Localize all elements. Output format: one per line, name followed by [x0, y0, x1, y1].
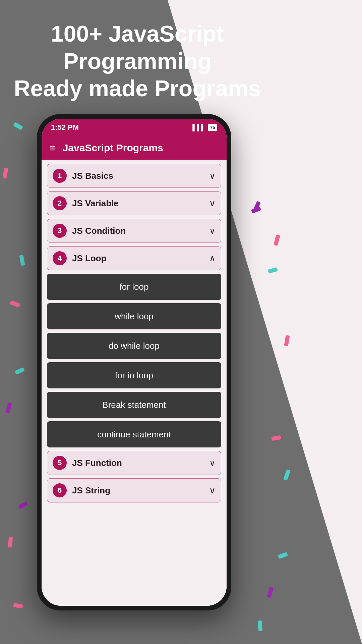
phone-frame: 1:52 PM ▌▌▌ 75 ≡ JavaScript Programs 1	[37, 114, 231, 610]
content-area: 1 JS Basics 2 JS Variable	[42, 160, 227, 606]
category-number-1: 1	[53, 169, 67, 183]
hamburger-icon[interactable]: ≡	[50, 143, 56, 153]
chevron-down-icon-6	[209, 485, 216, 496]
category-label-js-loop: JS Loop	[72, 253, 107, 264]
category-item-js-basics[interactable]: 1 JS Basics	[47, 164, 221, 188]
submenu-label-do-while-loop: do while loop	[109, 341, 160, 351]
chevron-down-icon-1	[209, 171, 216, 181]
app-bar: ≡ JavaScript Programs	[42, 136, 227, 160]
battery-icon: 75	[208, 124, 217, 131]
category-label-js-function: JS Function	[72, 458, 122, 468]
chevron-down-icon-3	[209, 226, 216, 236]
submenu-label-while-loop: while loop	[115, 311, 154, 322]
category-item-js-string[interactable]: 6 JS String	[47, 478, 221, 502]
submenu-item-for-loop[interactable]: for loop	[47, 274, 221, 300]
submenu-item-continue-statement[interactable]: continue statement	[47, 421, 221, 447]
chevron-down-icon-2	[209, 198, 216, 209]
status-icons: ▌▌▌ 75	[192, 124, 217, 131]
submenu-label-for-in-loop: for in loop	[115, 370, 153, 381]
category-number-3: 3	[53, 224, 67, 238]
submenu-item-do-while-loop[interactable]: do while loop	[47, 333, 221, 359]
category-number-5: 5	[53, 456, 67, 470]
status-time: 1:52 PM	[51, 123, 79, 132]
category-item-js-condition[interactable]: 3 JS Condition	[47, 219, 221, 243]
submenu-item-for-in-loop[interactable]: for in loop	[47, 362, 221, 388]
category-item-js-variable[interactable]: 2 JS Variable	[47, 191, 221, 215]
header-text: 100+ JavaScript Programming Ready made P…	[0, 20, 275, 102]
app-title: JavaScript Programs	[63, 142, 163, 154]
category-label-js-condition: JS Condition	[72, 226, 126, 236]
signal-icon: ▌▌▌	[192, 124, 205, 131]
chevron-up-icon-4	[209, 253, 216, 264]
category-label-js-variable: JS Variable	[72, 198, 119, 209]
category-number-6: 6	[53, 483, 67, 497]
category-item-js-loop[interactable]: 4 JS Loop	[47, 246, 221, 270]
submenu-item-while-loop[interactable]: while loop	[47, 303, 221, 329]
submenu-label-continue-statement: continue statement	[97, 429, 171, 440]
submenu-item-break-statement[interactable]: Break statement	[47, 392, 221, 418]
category-number-4: 4	[53, 251, 67, 265]
status-bar: 1:52 PM ▌▌▌ 75	[42, 119, 227, 136]
submenu-label-for-loop: for loop	[120, 282, 149, 292]
submenu-label-break-statement: Break statement	[102, 400, 166, 410]
category-number-2: 2	[53, 196, 67, 210]
category-item-js-function[interactable]: 5 JS Function	[47, 451, 221, 475]
header-line2: Ready made Programs	[14, 75, 261, 101]
header-line1: 100+ JavaScript Programming	[51, 21, 224, 74]
phone-screen: 1:52 PM ▌▌▌ 75 ≡ JavaScript Programs 1	[42, 119, 227, 606]
category-label-js-string: JS String	[72, 485, 110, 496]
chevron-down-icon-5	[209, 458, 216, 468]
category-label-js-basics: JS Basics	[72, 171, 113, 181]
